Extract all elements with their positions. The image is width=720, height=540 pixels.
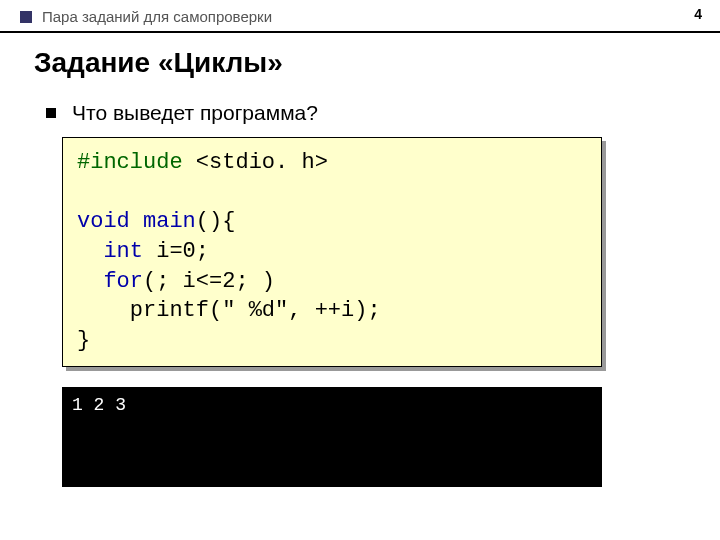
slide-title: Задание «Циклы» — [34, 47, 720, 79]
question-row: Что выведет программа? — [46, 101, 720, 125]
output-text: 1 2 3 — [72, 395, 592, 415]
code-content: #include <stdio. h> void main(){ int i=0… — [77, 148, 587, 356]
slide-header: Пара заданий для самопроверки — [0, 0, 720, 33]
page-number: 4 — [694, 6, 702, 22]
question-bullet-icon — [46, 108, 56, 118]
code-block: #include <stdio. h> void main(){ int i=0… — [62, 137, 602, 367]
output-box: 1 2 3 — [62, 387, 602, 487]
header-bullet-icon — [20, 11, 32, 23]
header-text: Пара заданий для самопроверки — [42, 8, 272, 25]
code-box: #include <stdio. h> void main(){ int i=0… — [62, 137, 602, 367]
question-text: Что выведет программа? — [72, 101, 318, 125]
